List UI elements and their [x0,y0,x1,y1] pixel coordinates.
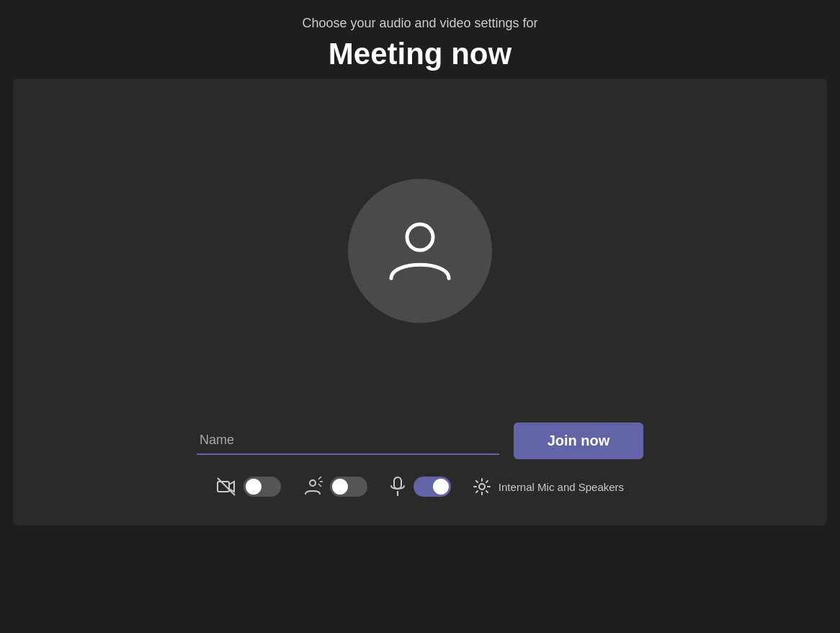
header: Choose your audio and video settings for… [0,0,840,79]
audio-device-label: Internal Mic and Speakers [499,481,624,493]
name-input[interactable] [197,427,499,455]
audio-settings-icon[interactable] [473,477,491,496]
svg-line-4 [318,477,321,479]
svg-rect-7 [394,477,401,489]
join-now-button[interactable]: Join now [514,422,643,459]
mic-control-group [389,477,451,497]
subtitle-text: Choose your audio and video settings for [0,16,840,31]
mic-icon[interactable] [389,477,406,497]
svg-line-2 [218,478,235,495]
name-input-wrapper [197,427,499,455]
avatar-area [348,79,492,422]
join-row: Join now [197,422,643,459]
blur-toggle-icon[interactable] [303,477,323,497]
camera-control-group [216,477,281,497]
video-preview-area: Join now [13,79,827,526]
camera-toggle[interactable] [243,477,281,497]
avatar [348,179,492,323]
blur-control-group [303,477,367,497]
blur-toggle[interactable] [330,477,367,497]
meeting-title: Meeting now [0,37,840,71]
svg-point-9 [479,484,485,490]
svg-point-3 [310,480,316,486]
svg-point-0 [407,224,433,250]
mic-toggle[interactable] [414,477,451,497]
camera-toggle-icon[interactable] [216,477,236,497]
audio-device-group: Internal Mic and Speakers [473,477,624,496]
user-avatar-icon [380,210,460,292]
bottom-controls: Join now [13,422,827,504]
media-controls: Internal Mic and Speakers [216,477,624,504]
svg-line-6 [318,484,321,487]
